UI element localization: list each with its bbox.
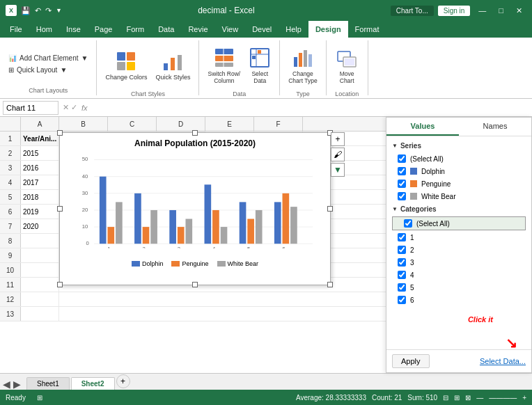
scroll-tabs-left[interactable]: ◀ xyxy=(3,379,10,390)
row-header-4[interactable]: 4 xyxy=(0,175,21,189)
categories-6-checkbox[interactable] xyxy=(398,296,406,304)
zoom-out-icon[interactable]: — xyxy=(476,394,483,402)
cell-a6[interactable]: 2019 xyxy=(21,205,59,219)
chart-handle-bl[interactable] xyxy=(57,282,63,287)
cell-b12[interactable] xyxy=(59,292,393,306)
tab-developer[interactable]: Devel xyxy=(245,21,279,38)
change-colors-button[interactable]: Change Colors xyxy=(102,42,150,89)
cell-b13[interactable] xyxy=(59,307,393,321)
switch-row-column-button[interactable]: Switch Row/ Column xyxy=(205,42,243,89)
row-header-6[interactable]: 6 xyxy=(0,205,21,219)
formula-input[interactable] xyxy=(91,104,529,112)
chart-handle-ml[interactable] xyxy=(57,206,63,212)
tab-format[interactable]: Format xyxy=(348,21,386,38)
categories-select-all-item[interactable]: (Select All) xyxy=(392,216,526,230)
series-penguine-checkbox[interactable] xyxy=(398,180,406,188)
maximize-button[interactable]: □ xyxy=(494,5,508,16)
sign-in-button[interactable]: Sign in xyxy=(438,6,471,16)
quick-layout-button[interactable]: ⊞ Quick Layout ▼ xyxy=(6,65,91,75)
cell-a2[interactable]: 2015 xyxy=(21,146,59,160)
row-header-5[interactable]: 5 xyxy=(0,190,21,204)
categories-3-checkbox[interactable] xyxy=(398,258,406,267)
tab-file[interactable]: File xyxy=(3,21,29,38)
chart-style-side-button[interactable]: 🖌 xyxy=(331,148,345,161)
categories-2-item[interactable]: 2 xyxy=(386,244,531,256)
normal-view-icon[interactable]: ⊟ xyxy=(443,394,448,402)
categories-5-item[interactable]: 5 xyxy=(386,281,531,294)
categories-1-checkbox[interactable] xyxy=(398,233,406,241)
scroll-tabs-right[interactable]: ▶ xyxy=(13,379,21,390)
row-header-7[interactable]: 7 xyxy=(0,219,21,233)
cell-a3[interactable]: 2016 xyxy=(21,161,59,175)
page-break-icon[interactable]: ⊠ xyxy=(465,394,471,402)
row-header-12[interactable]: 12 xyxy=(0,292,21,306)
minimize-button[interactable]: — xyxy=(474,5,490,16)
redo-icon[interactable]: ↷ xyxy=(45,6,52,15)
cell-a8[interactable] xyxy=(21,234,59,248)
apply-button[interactable]: Apply xyxy=(392,354,430,368)
cell-a4[interactable]: 2017 xyxy=(21,175,59,189)
series-penguine-item[interactable]: Penguine xyxy=(386,177,531,190)
categories-select-all-checkbox[interactable] xyxy=(404,219,412,228)
zoom-in-icon[interactable]: + xyxy=(522,394,526,402)
tab-formulas[interactable]: Form xyxy=(119,21,151,38)
series-dolphin-item[interactable]: Dolphin xyxy=(386,165,531,177)
zoom-slider[interactable]: ———— xyxy=(489,394,517,402)
undo-icon[interactable]: ↶ xyxy=(35,6,41,15)
row-header-9[interactable]: 9 xyxy=(0,248,21,262)
tab-help[interactable]: Help xyxy=(279,21,308,38)
add-chart-element-button[interactable]: 📊 Add Chart Element ▼ xyxy=(6,53,91,63)
move-chart-button[interactable]: Move Chart xyxy=(333,42,361,89)
col-header-e[interactable]: E xyxy=(205,117,254,131)
tab-data[interactable]: Data xyxy=(151,21,181,38)
row-header-2[interactable]: 2 xyxy=(0,146,21,160)
col-header-f[interactable]: F xyxy=(254,117,303,131)
cell-a13[interactable] xyxy=(21,307,59,321)
col-header-d[interactable]: D xyxy=(157,117,205,131)
series-section-header[interactable]: ▼ Series xyxy=(386,139,531,152)
filter-tab-names[interactable]: Names xyxy=(459,118,531,136)
series-whitebear-checkbox[interactable] xyxy=(398,192,406,200)
add-chart-element-side-button[interactable]: + xyxy=(331,132,345,146)
categories-3-item[interactable]: 3 xyxy=(386,256,531,269)
page-layout-icon[interactable]: ⊞ xyxy=(454,394,460,402)
categories-5-checkbox[interactable] xyxy=(398,283,406,292)
tab-design[interactable]: Design xyxy=(308,21,348,38)
cell-a5[interactable]: 2018 xyxy=(21,190,59,204)
row-header-1[interactable]: 1 xyxy=(0,132,21,145)
categories-2-checkbox[interactable] xyxy=(398,246,406,254)
chart-handle-tm[interactable] xyxy=(192,130,198,136)
row-header-10[interactable]: 10 xyxy=(0,263,21,277)
row-header-3[interactable]: 3 xyxy=(0,161,21,175)
chart-filter-side-button[interactable]: ▼ xyxy=(331,163,345,177)
sheet-tab-sheet2[interactable]: Sheet2 xyxy=(71,377,115,390)
change-chart-type-button[interactable]: Change Chart Type xyxy=(285,42,320,89)
chart-tab-label[interactable]: Chart To... xyxy=(391,6,434,16)
filter-tab-values[interactable]: Values xyxy=(386,118,459,136)
quick-styles-button[interactable]: Quick Styles xyxy=(152,42,193,89)
save-icon[interactable]: 💾 xyxy=(21,6,31,15)
sheet-tab-sheet1[interactable]: Sheet1 xyxy=(26,377,70,390)
row-header-11[interactable]: 11 xyxy=(0,278,21,292)
chart-handle-tl[interactable] xyxy=(57,130,63,136)
series-dolphin-checkbox[interactable] xyxy=(398,167,406,175)
cell-a7[interactable]: 2020 xyxy=(21,219,59,233)
categories-6-item[interactable]: 6 xyxy=(386,294,531,306)
cell-a12[interactable] xyxy=(21,292,59,306)
row-header-8[interactable]: 8 xyxy=(0,234,21,248)
cell-a9[interactable] xyxy=(21,248,59,262)
select-data-link[interactable]: Select Data... xyxy=(480,357,526,365)
row-header-13[interactable]: 13 xyxy=(0,307,21,321)
series-select-all-item[interactable]: (Select All) xyxy=(386,152,531,165)
series-select-all-checkbox[interactable] xyxy=(398,154,406,163)
categories-4-item[interactable]: 4 xyxy=(386,269,531,281)
tab-view[interactable]: View xyxy=(215,21,246,38)
close-button[interactable]: ✕ xyxy=(512,5,526,17)
select-data-button[interactable]: Select Data xyxy=(246,42,274,89)
chart-handle-mr[interactable] xyxy=(327,206,333,212)
tab-review[interactable]: Revie xyxy=(181,21,214,38)
col-header-c[interactable]: C xyxy=(108,117,157,131)
chart-handle-bm[interactable] xyxy=(192,282,198,287)
tab-page[interactable]: Page xyxy=(88,21,120,38)
col-header-a[interactable]: A xyxy=(21,117,59,131)
